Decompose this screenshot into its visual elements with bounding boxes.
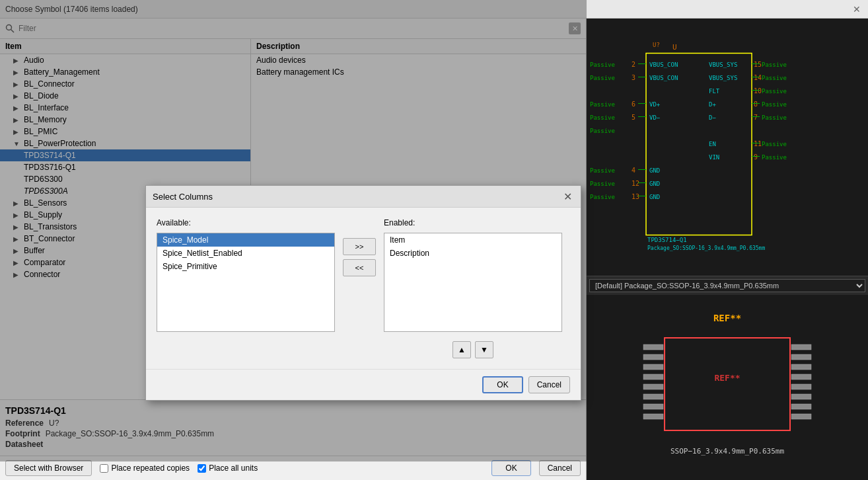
svg-rect-83 <box>791 414 811 419</box>
svg-rect-75 <box>643 414 663 419</box>
svg-text:GND: GND <box>649 194 660 200</box>
svg-rect-76 <box>791 344 811 350</box>
remove-column-button[interactable]: << <box>343 259 376 276</box>
svg-text:Passive: Passive <box>590 194 615 200</box>
main-container: ✕ Item Description ▶ Audio ▶ Battery_Man… <box>0 19 868 480</box>
svg-rect-78 <box>791 364 811 370</box>
svg-text:Passive: Passive <box>762 88 787 95</box>
svg-text:REF**: REF** <box>714 373 740 383</box>
svg-text:U?: U? <box>653 42 660 48</box>
up-down-buttons: ▲ ▼ <box>384 341 562 358</box>
svg-text:FLT: FLT <box>709 88 720 95</box>
dialog-ok-button[interactable]: OK <box>482 376 523 393</box>
main-cancel-button[interactable]: Cancel <box>539 460 581 476</box>
svg-rect-71 <box>643 374 663 380</box>
footprint-view: REF** REF** <box>587 295 868 480</box>
dialog-close-button[interactable]: ✕ <box>561 190 574 203</box>
svg-text:GND: GND <box>649 167 660 174</box>
main-ok-button[interactable]: OK <box>491 460 530 476</box>
svg-text:SSOP−16_3.9x4.9mm_P0.635mm: SSOP−16_3.9x4.9mm_P0.635mm <box>670 447 785 456</box>
svg-rect-69 <box>643 354 663 360</box>
available-label: Available: <box>157 218 335 227</box>
svg-text:VD+: VD+ <box>649 101 661 108</box>
repeat-copies-checkbox[interactable] <box>100 464 108 473</box>
move-up-button[interactable]: ▲ <box>452 341 471 358</box>
svg-text:EN: EN <box>709 141 716 147</box>
enabled-item-item[interactable]: Item <box>384 233 561 247</box>
enabled-column: Enabled: Item Description ▲ ▼ <box>384 218 562 358</box>
svg-text:Passive: Passive <box>762 154 787 161</box>
svg-text:Passive: Passive <box>762 141 787 147</box>
svg-text:Passive: Passive <box>590 61 615 68</box>
enabled-label: Enabled: <box>384 218 562 227</box>
right-panel: U Passive Passive Passive Passive Passiv… <box>587 19 868 480</box>
svg-text:4: 4 <box>632 167 635 174</box>
svg-rect-68 <box>643 344 663 350</box>
available-item-spice-model[interactable]: Spice_Model <box>157 233 334 247</box>
select-browser-button[interactable]: Select with Browser <box>5 460 92 476</box>
svg-text:Passive: Passive <box>762 101 787 108</box>
svg-text:VIN: VIN <box>709 154 719 161</box>
dialog-title-bar: Select Columns ✕ <box>146 186 581 208</box>
place-all-units-label[interactable]: Place all units <box>198 463 258 473</box>
svg-rect-77 <box>791 354 811 360</box>
svg-text:6: 6 <box>632 100 635 108</box>
place-all-units-checkbox[interactable] <box>198 464 206 473</box>
svg-rect-81 <box>791 394 811 399</box>
dialog-title-text: Select Columns <box>153 192 213 202</box>
svg-text:D−: D− <box>709 114 716 121</box>
svg-text:D+: D+ <box>709 101 716 108</box>
available-list: Spice_Model Spice_Netlist_Enabled Spice_… <box>157 233 335 332</box>
svg-text:Passive: Passive <box>590 128 615 134</box>
svg-text:REF**: REF** <box>713 313 741 323</box>
svg-rect-79 <box>791 374 811 380</box>
select-columns-dialog: Select Columns ✕ Available: Spice_Model … <box>145 185 581 401</box>
repeat-copies-label[interactable]: Place repeated copies <box>100 463 190 473</box>
svg-rect-70 <box>643 364 663 370</box>
svg-text:TPD3S714−Q1: TPD3S714−Q1 <box>647 237 687 243</box>
enabled-list: Item Description <box>384 233 562 332</box>
svg-text:VBUS_CON: VBUS_CON <box>649 61 678 68</box>
svg-text:Passive: Passive <box>590 101 615 108</box>
available-item-spice-primitive[interactable]: Spice_Primitive <box>157 260 334 273</box>
move-down-button[interactable]: ▼ <box>475 341 493 358</box>
schematic-view: U Passive Passive Passive Passive Passiv… <box>587 19 868 276</box>
footprint-dropdown[interactable]: [Default] Package_SO:SSOP-16_3.9x4.9mm_P… <box>589 279 865 292</box>
svg-text:Passive: Passive <box>762 114 787 121</box>
add-column-button[interactable]: >> <box>343 238 376 255</box>
svg-text:VBUS_SYS: VBUS_SYS <box>709 61 737 68</box>
svg-text:GND: GND <box>649 180 660 187</box>
svg-text:Passive: Passive <box>590 114 615 121</box>
svg-text:Passive: Passive <box>590 167 615 174</box>
repeat-copies-text: Place repeated copies <box>111 463 190 473</box>
svg-rect-80 <box>791 384 811 389</box>
svg-text:U: U <box>672 43 677 52</box>
dialog-overlay: Select Columns ✕ Available: Spice_Model … <box>0 0 587 461</box>
svg-text:5: 5 <box>632 114 635 121</box>
footprint-selector: [Default] Package_SO:SSOP-16_3.9x4.9mm_P… <box>587 276 868 295</box>
svg-text:2: 2 <box>632 61 635 68</box>
svg-rect-82 <box>791 404 811 409</box>
svg-text:VBUS_SYS: VBUS_SYS <box>709 75 737 81</box>
svg-text:VBUS_CON: VBUS_CON <box>649 75 678 81</box>
svg-text:VD−: VD− <box>649 114 661 121</box>
svg-text:Passive: Passive <box>590 180 615 187</box>
left-panel: ✕ Item Description ▶ Audio ▶ Battery_Man… <box>0 19 587 480</box>
svg-text:Passive: Passive <box>762 61 787 68</box>
svg-rect-73 <box>643 394 663 399</box>
svg-text:Package_SO:SSOP-16_3.9x4.9mm_P: Package_SO:SSOP-16_3.9x4.9mm_P0.635mm <box>647 245 765 251</box>
dialog-body: Available: Spice_Model Spice_Netlist_Ena… <box>146 208 581 369</box>
available-item-spice-netlist[interactable]: Spice_Netlist_Enabled <box>157 247 334 260</box>
dialog-arrows: >> << <box>343 218 376 276</box>
svg-text:Passive: Passive <box>762 75 787 81</box>
dialog-footer: OK Cancel <box>146 369 581 400</box>
enabled-item-description[interactable]: Description <box>384 247 561 260</box>
place-all-units-text: Place all units <box>209 463 258 473</box>
svg-rect-74 <box>643 404 663 409</box>
close-button[interactable]: ✕ <box>851 3 863 15</box>
svg-text:3: 3 <box>632 74 635 81</box>
svg-rect-72 <box>643 384 663 389</box>
svg-text:Passive: Passive <box>590 75 615 81</box>
dialog-cancel-button[interactable]: Cancel <box>528 376 570 393</box>
available-column: Available: Spice_Model Spice_Netlist_Ena… <box>157 218 335 332</box>
